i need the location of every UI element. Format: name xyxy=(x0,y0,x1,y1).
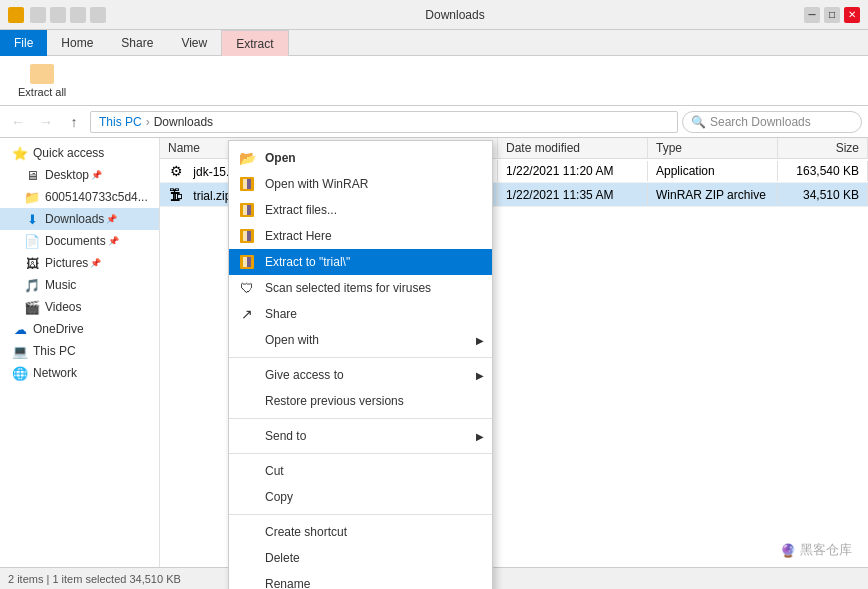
ctx-copy[interactable]: Copy xyxy=(229,484,492,510)
sidebar-item-folder6005[interactable]: 📁 6005140733c5d4... xyxy=(0,186,159,208)
ctx-extract-here[interactable]: Extract Here xyxy=(229,223,492,249)
close-button[interactable]: ✕ xyxy=(844,7,860,23)
quick-access-icon: ⭐ xyxy=(12,145,28,161)
svg-rect-7 xyxy=(243,231,247,241)
ctx-open-with-arrow: ▶ xyxy=(476,335,484,346)
ctx-open[interactable]: 📂 Open xyxy=(229,145,492,171)
col-header-type[interactable]: Type xyxy=(648,138,778,158)
downloads-pin-icon: 📌 xyxy=(106,214,117,224)
music-icon: 🎵 xyxy=(24,277,40,293)
sidebar-music-label: Music xyxy=(45,278,76,292)
sidebar-desktop-label: Desktop xyxy=(45,168,89,182)
downloads-icon: ⬇ xyxy=(24,211,40,227)
path-sep1: › xyxy=(146,115,150,129)
file-icon-0: ⚙ xyxy=(168,163,184,179)
sidebar-downloads-label: Downloads xyxy=(45,212,104,226)
file-type-0: Application xyxy=(648,161,778,181)
forward-button[interactable]: → xyxy=(34,110,58,134)
sidebar-item-downloads[interactable]: ⬇ Downloads 📌 xyxy=(0,208,159,230)
network-icon: 🌐 xyxy=(12,365,28,381)
search-box[interactable]: 🔍 Search Downloads xyxy=(682,111,862,133)
ctx-share[interactable]: ↗ Share xyxy=(229,301,492,327)
ctx-delete[interactable]: Delete xyxy=(229,545,492,571)
ctx-send-to-icon xyxy=(237,428,257,444)
ctx-scan-viruses[interactable]: 🛡 Scan selected items for viruses xyxy=(229,275,492,301)
window-title: Downloads xyxy=(112,8,798,22)
tab-extract[interactable]: Extract xyxy=(221,30,288,56)
tab-share[interactable]: Share xyxy=(107,30,167,56)
tab-file[interactable]: File xyxy=(0,30,47,56)
ctx-cut[interactable]: Cut xyxy=(229,458,492,484)
tab-view[interactable]: View xyxy=(167,30,221,56)
ctx-sep-2 xyxy=(229,418,492,419)
address-bar: ← → ↑ This PC › Downloads 🔍 Search Downl… xyxy=(0,106,868,138)
ctx-open-with[interactable]: Open with ▶ xyxy=(229,327,492,353)
minimize-button[interactable]: ─ xyxy=(804,7,820,23)
ctx-restore-icon xyxy=(237,393,257,409)
file-size-1: 34,510 KB xyxy=(778,185,868,205)
sidebar-item-documents[interactable]: 📄 Documents 📌 xyxy=(0,230,159,252)
file-date-0: 1/22/2021 11:20 AM xyxy=(498,161,648,181)
ctx-create-shortcut[interactable]: Create shortcut xyxy=(229,519,492,545)
sidebar-item-network[interactable]: 🌐 Network xyxy=(0,362,159,384)
col-header-date[interactable]: Date modified xyxy=(498,138,648,158)
ctx-give-access[interactable]: Give access to ▶ xyxy=(229,362,492,388)
sidebar-item-music[interactable]: 🎵 Music xyxy=(0,274,159,296)
sidebar-item-quick-access[interactable]: ⭐ Quick access xyxy=(0,142,159,164)
sidebar-item-pictures[interactable]: 🖼 Pictures 📌 xyxy=(0,252,159,274)
maximize-button[interactable]: □ xyxy=(824,7,840,23)
svg-rect-4 xyxy=(243,205,247,215)
status-text: 2 items | 1 item selected 34,510 KB xyxy=(8,573,181,585)
svg-rect-5 xyxy=(247,205,251,215)
ctx-restore-versions[interactable]: Restore previous versions xyxy=(229,388,492,414)
sidebar-network-label: Network xyxy=(33,366,77,380)
sidebar-videos-label: Videos xyxy=(45,300,81,314)
folder6005-icon: 📁 xyxy=(24,189,40,205)
sidebar-folder6005-label: 6005140733c5d4... xyxy=(45,190,148,204)
ctx-sep-4 xyxy=(229,514,492,515)
onedrive-icon: ☁ xyxy=(12,321,28,337)
ctx-share-icon: ↗ xyxy=(237,306,257,322)
ctx-send-to[interactable]: Send to ▶ xyxy=(229,423,492,449)
window-min-max-close[interactable]: ─ □ ✕ xyxy=(804,7,860,23)
svg-rect-11 xyxy=(247,257,251,267)
ctx-rename[interactable]: Rename xyxy=(229,571,492,589)
path-thispc: This PC xyxy=(99,115,142,129)
pictures-pin-icon: 📌 xyxy=(90,258,101,268)
search-icon: 🔍 xyxy=(691,115,706,129)
ctx-open-with-icon xyxy=(237,332,257,348)
ribbon-extract-all[interactable]: Extract all xyxy=(10,60,74,102)
svg-rect-10 xyxy=(243,257,247,267)
ctx-delete-icon xyxy=(237,550,257,566)
tb-next xyxy=(70,7,86,23)
ctx-extract-files[interactable]: Extract files... xyxy=(229,197,492,223)
address-path[interactable]: This PC › Downloads xyxy=(90,111,678,133)
col-header-size[interactable]: Size xyxy=(778,138,868,158)
sidebar-item-thispc[interactable]: 💻 This PC xyxy=(0,340,159,362)
ctx-extract-to[interactable]: Extract to "trial\" xyxy=(229,249,492,275)
context-menu: 📂 Open Open with WinRAR Extract files...… xyxy=(228,140,493,589)
back-button[interactable]: ← xyxy=(6,110,30,134)
ribbon-tabs: File Home Share View Extract xyxy=(0,30,868,56)
ribbon-content: Extract all xyxy=(0,56,868,106)
documents-pin-icon: 📌 xyxy=(108,236,119,246)
ctx-open-winrar[interactable]: Open with WinRAR xyxy=(229,171,492,197)
title-bar: Downloads ─ □ ✕ xyxy=(0,0,868,30)
sidebar-item-videos[interactable]: 🎬 Videos xyxy=(0,296,159,318)
sidebar-onedrive-label: OneDrive xyxy=(33,322,84,336)
watermark-icon: 🔮 xyxy=(780,543,796,558)
tab-home[interactable]: Home xyxy=(47,30,107,56)
ctx-give-access-arrow: ▶ xyxy=(476,370,484,381)
tb-up xyxy=(90,7,106,23)
sidebar-item-desktop[interactable]: 🖥 Desktop 📌 xyxy=(0,164,159,186)
pictures-icon: 🖼 xyxy=(24,255,40,271)
ribbon-extract-all-label: Extract all xyxy=(18,86,66,98)
sidebar-documents-label: Documents xyxy=(45,234,106,248)
up-button[interactable]: ↑ xyxy=(62,110,86,134)
thispc-icon: 💻 xyxy=(12,343,28,359)
watermark-text: 黑客仓库 xyxy=(800,541,852,559)
videos-icon: 🎬 xyxy=(24,299,40,315)
tb-quick-access xyxy=(30,7,46,23)
ctx-open-icon: 📂 xyxy=(237,150,257,166)
sidebar-item-onedrive[interactable]: ☁ OneDrive xyxy=(0,318,159,340)
